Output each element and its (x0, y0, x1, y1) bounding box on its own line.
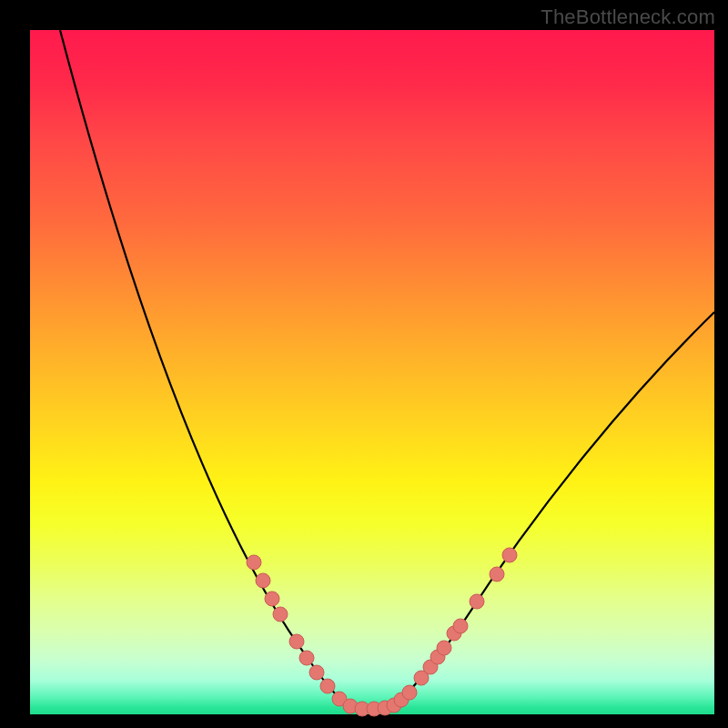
marker-dot (299, 651, 314, 665)
curve-left (60, 30, 349, 707)
marker-dot (273, 607, 288, 622)
marker-group (247, 548, 517, 716)
marker-dot (470, 594, 484, 609)
marker-dot (247, 555, 261, 570)
marker-dot (502, 548, 517, 562)
marker-dot (490, 567, 504, 581)
plot-area (30, 30, 714, 714)
marker-dot (309, 665, 324, 680)
chart-frame: TheBottleneck.com (0, 0, 728, 728)
curve-layer (30, 30, 714, 714)
marker-dot (256, 573, 270, 588)
marker-dot (289, 634, 304, 649)
marker-dot (320, 679, 335, 693)
marker-dot (402, 685, 417, 700)
marker-dot (437, 641, 451, 655)
marker-dot (453, 619, 468, 633)
marker-dot (265, 592, 279, 606)
watermark-text: TheBottleneck.com (541, 5, 715, 29)
